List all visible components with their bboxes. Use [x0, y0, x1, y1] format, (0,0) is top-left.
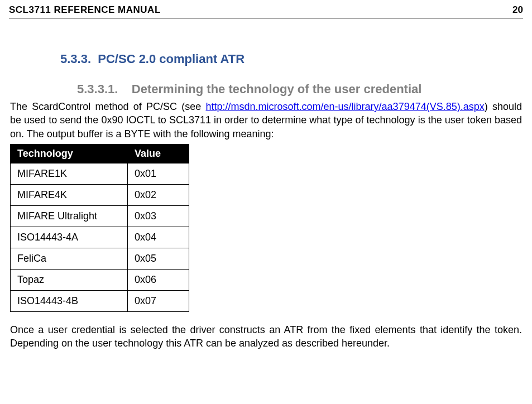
heading-5-3-3: 5.3.3. PC/SC 2.0 compliant ATR — [60, 52, 522, 66]
heading-5-3-3-1: 5.3.3.1. Determining the technology of t… — [77, 82, 522, 97]
cell-tech: MIFARE1K — [11, 163, 128, 184]
cell-value: 0x01 — [128, 163, 189, 184]
cell-value: 0x04 — [128, 227, 189, 248]
cell-value: 0x02 — [128, 184, 189, 205]
table-row: ISO14443-4A0x04 — [11, 227, 189, 248]
msdn-link[interactable]: http://msdn.microsoft.com/en-us/library/… — [206, 101, 485, 112]
page-number: 20 — [512, 4, 523, 16]
table-row: Topaz0x06 — [11, 269, 189, 290]
cell-value: 0x06 — [128, 269, 189, 290]
closing-paragraph: Once a user credential is selected the d… — [10, 323, 522, 350]
technology-table: Technology Value MIFARE1K0x01 MIFARE4K0x… — [10, 144, 189, 312]
table-header-row: Technology Value — [11, 144, 189, 163]
subheading-num: 5.3.3.1. — [77, 82, 118, 96]
subheading-title: Determining the technology of the user c… — [132, 82, 422, 96]
doc-title-text: SCL3711 REFERENCE MANUAL — [9, 4, 161, 15]
doc-title: SCL3711 REFERENCE MANUAL — [9, 4, 161, 16]
cell-tech: MIFARE Ultralight — [11, 205, 128, 227]
table-row: MIFARE4K0x02 — [11, 184, 189, 205]
intro-text-a: The ScardControl method of PC/SC (see — [10, 101, 206, 112]
table-row: ISO14443-4B0x07 — [11, 290, 189, 311]
heading-num: 5.3.3. — [60, 52, 91, 66]
cell-tech: Topaz — [11, 269, 128, 290]
cell-value: 0x03 — [128, 205, 189, 227]
table-row: MIFARE Ultralight0x03 — [11, 205, 189, 227]
cell-tech: MIFARE4K — [11, 184, 128, 205]
table-row: FeliCa0x05 — [11, 248, 189, 269]
cell-tech: ISO14443-4B — [11, 290, 128, 311]
cell-value: 0x07 — [128, 290, 189, 311]
page-header: SCL3711 REFERENCE MANUAL 20 — [9, 0, 523, 18]
cell-tech: ISO14443-4A — [11, 227, 128, 248]
heading-title: PC/SC 2.0 compliant ATR — [98, 52, 245, 66]
th-technology: Technology — [11, 144, 128, 163]
table-row: MIFARE1K0x01 — [11, 163, 189, 184]
cell-value: 0x05 — [128, 248, 189, 269]
intro-paragraph: The ScardControl method of PC/SC (see ht… — [10, 100, 522, 141]
th-value: Value — [128, 144, 189, 163]
cell-tech: FeliCa — [11, 248, 128, 269]
